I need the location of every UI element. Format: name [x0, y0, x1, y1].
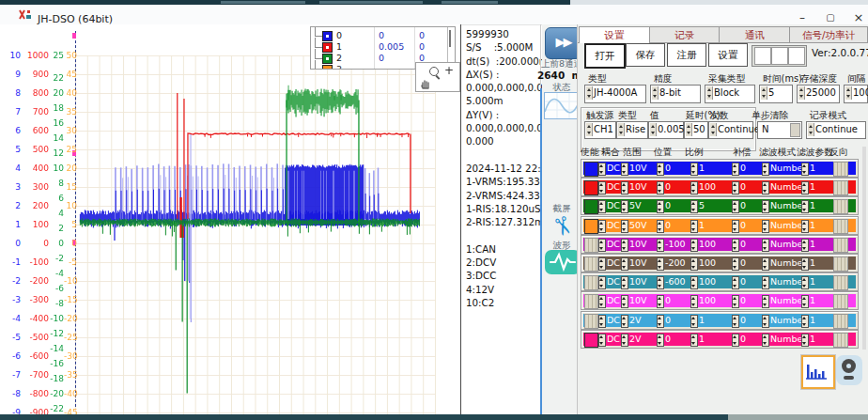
tab-1[interactable]: 设置 — [579, 26, 650, 43]
channel-cell[interactable]: 10V — [629, 181, 647, 192]
channel-cell[interactable]: 1 — [699, 220, 705, 230]
spinner-icon[interactable] — [762, 200, 769, 213]
enable-toggle[interactable] — [584, 238, 598, 253]
spinner-icon[interactable] — [732, 334, 739, 347]
channel-cell[interactable]: 0 — [665, 200, 671, 210]
channel-row[interactable]: DC10V-6001000Number1 — [581, 272, 859, 291]
waveform-canvas[interactable] — [75, 28, 436, 410]
spinner-icon[interactable] — [621, 334, 628, 347]
spinner-icon[interactable] — [801, 257, 809, 271]
trigger-field[interactable]: CH1 — [584, 121, 616, 139]
channel-row[interactable]: DC5V050Number1 — [581, 196, 859, 215]
legend-row[interactable]: 000 — [311, 30, 455, 41]
param-field[interactable]: 5 — [759, 85, 793, 103]
channel-cell[interactable]: DC — [607, 239, 620, 249]
spinner-icon[interactable] — [761, 86, 767, 100]
spinner-icon[interactable] — [657, 181, 664, 194]
panel-scrollbar[interactable] — [862, 147, 866, 350]
channel-cell[interactable]: DC — [607, 163, 620, 173]
spinner-icon[interactable] — [657, 257, 664, 271]
channel-cell[interactable]: 0 — [665, 295, 671, 305]
param-field[interactable]: 100 — [844, 85, 868, 103]
spinner-icon[interactable] — [621, 276, 628, 289]
channel-cell[interactable]: 0 — [740, 334, 746, 344]
channel-cell[interactable]: 100 — [699, 257, 716, 268]
channel-row[interactable]: DC10V01000Number1 — [581, 178, 859, 196]
enable-toggle[interactable] — [584, 275, 598, 290]
spinner-icon[interactable] — [690, 315, 698, 328]
channel-cell[interactable]: 1 — [699, 334, 705, 344]
spinner-icon[interactable] — [732, 239, 739, 252]
spinner-icon[interactable] — [586, 123, 593, 136]
zoom-plus-label[interactable]: + — [444, 64, 454, 77]
spinner-icon[interactable] — [690, 239, 698, 252]
channel-cell[interactable]: DC — [607, 220, 620, 230]
spinner-icon[interactable] — [690, 200, 698, 213]
spinner-icon[interactable] — [798, 86, 805, 100]
channel-cell[interactable]: 1 — [810, 315, 815, 325]
trigger-field[interactable]: Continue — [708, 121, 753, 139]
spinner-icon[interactable] — [762, 295, 769, 308]
magnifier-icon[interactable] — [429, 67, 439, 76]
channel-cell[interactable]: 0 — [740, 295, 746, 305]
spinner-icon[interactable] — [657, 315, 664, 328]
spinner-icon[interactable] — [657, 276, 664, 289]
param-field[interactable]: Block — [705, 85, 755, 103]
spinner-icon[interactable] — [732, 295, 739, 308]
channel-row[interactable]: DC10V-2001000Number1 — [581, 254, 859, 272]
channel-cell[interactable]: 10V — [629, 163, 647, 173]
param-field[interactable]: 25000 — [797, 85, 840, 103]
spinner-icon[interactable] — [657, 220, 664, 233]
spinner-icon[interactable] — [801, 181, 809, 194]
legend-scrollbar[interactable] — [449, 30, 451, 47]
channel-cell[interactable]: 1 — [810, 181, 815, 192]
spinner-icon[interactable] — [657, 334, 664, 347]
channel-cell[interactable]: 2V — [629, 315, 642, 325]
spinner-icon[interactable] — [650, 123, 657, 136]
channel-cell[interactable]: 0 — [740, 257, 746, 268]
spinner-icon[interactable] — [621, 163, 628, 176]
spinner-icon[interactable] — [690, 334, 698, 347]
channel-cell[interactable]: 1 — [699, 315, 705, 325]
param-field[interactable]: 8-bit — [650, 85, 701, 103]
spinner-icon[interactable] — [598, 276, 606, 289]
spinner-icon[interactable] — [690, 163, 698, 176]
spinner-icon[interactable] — [762, 239, 769, 252]
legend-row[interactable]: 10.0050 — [311, 41, 455, 53]
histogram-button[interactable] — [801, 355, 835, 389]
channel-cell[interactable]: 1 — [810, 163, 815, 173]
channel-cell[interactable]: 10V — [629, 276, 647, 287]
record-mode-field[interactable]: Continue — [806, 121, 866, 139]
channel-row[interactable]: DC2V010Number1 — [581, 330, 859, 349]
channel-cell[interactable]: DC — [607, 334, 620, 344]
button-2[interactable]: 保存 — [626, 43, 665, 67]
spinner-icon[interactable] — [690, 276, 698, 289]
tab-3[interactable]: 通讯 — [719, 26, 791, 43]
channel-cell[interactable]: 100 — [699, 295, 716, 305]
spinner-icon[interactable] — [686, 123, 692, 136]
spinner-icon[interactable] — [690, 295, 698, 308]
enable-toggle[interactable] — [584, 257, 598, 272]
invert-toggle[interactable] — [833, 238, 848, 253]
channel-cell[interactable]: 1 — [810, 334, 815, 344]
spinner-icon[interactable] — [598, 239, 606, 252]
spinner-icon[interactable] — [762, 334, 769, 347]
spinner-icon[interactable] — [657, 239, 664, 252]
spinner-icon[interactable] — [598, 181, 606, 194]
channel-cell[interactable]: DC — [607, 295, 620, 305]
spinner-icon[interactable] — [690, 220, 698, 233]
channel-row[interactable]: DC10V01000Number1 — [581, 291, 859, 310]
spinner-icon[interactable] — [801, 334, 809, 347]
spinner-icon[interactable] — [762, 220, 769, 233]
channel-cell[interactable]: DC — [607, 257, 620, 268]
spinner-icon[interactable] — [621, 295, 628, 308]
trigger-field[interactable]: 0.0051 — [648, 121, 684, 139]
enable-toggle[interactable] — [584, 180, 598, 195]
enable-toggle[interactable] — [584, 333, 598, 348]
enable-toggle[interactable] — [584, 219, 598, 234]
channel-cell[interactable]: 0 — [740, 200, 746, 210]
channel-cell[interactable]: DC — [607, 181, 620, 192]
invert-toggle[interactable] — [833, 333, 848, 348]
trigger-field[interactable]: 50 — [684, 121, 708, 139]
spinner-icon[interactable] — [801, 295, 809, 308]
